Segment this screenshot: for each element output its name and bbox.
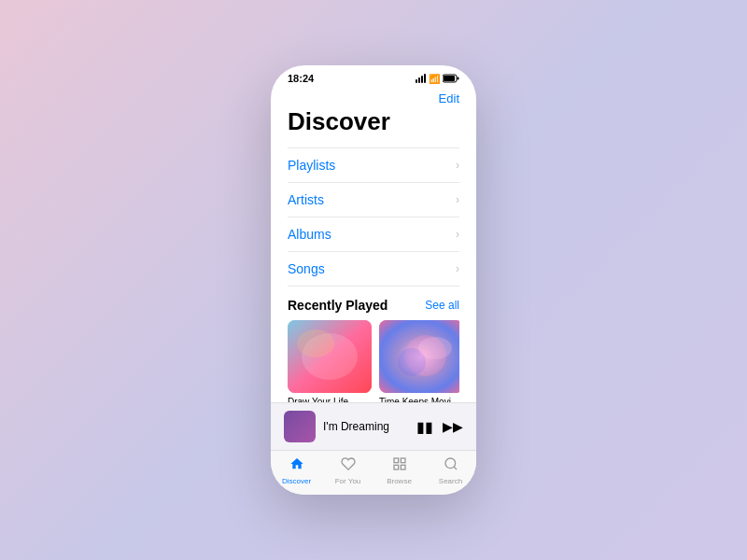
signal-icon	[416, 74, 426, 83]
tab-bar: Discover For You Browse	[271, 450, 476, 495]
phone-frame: 18:24 📶 Edit Discover Pl	[271, 65, 476, 495]
tab-browse[interactable]: Browse	[374, 456, 425, 485]
skip-button[interactable]: ▶▶	[443, 419, 463, 434]
album-cards-row: Draw Your Life Coopex	[288, 320, 459, 402]
menu-list: Playlists › Artists › Albums › Songs ›	[288, 147, 459, 287]
np-thumbnail	[284, 411, 316, 442]
main-content: Edit Discover Playlists › Artists › Albu…	[271, 88, 476, 402]
wifi-icon: 📶	[429, 74, 440, 84]
recently-played-title: Recently Played	[288, 298, 388, 313]
np-controls: ▮▮ ▶▶	[416, 418, 463, 436]
home-icon	[289, 456, 304, 475]
tab-browse-label: Browse	[387, 477, 412, 485]
svg-point-14	[445, 458, 456, 469]
playlists-label: Playlists	[288, 158, 335, 173]
now-playing-bar: I'm Dreaming ▮▮ ▶▶	[271, 402, 476, 450]
tab-discover[interactable]: Discover	[271, 456, 322, 485]
pause-button[interactable]: ▮▮	[416, 418, 433, 436]
svg-rect-12	[394, 465, 399, 469]
svg-rect-11	[401, 458, 405, 463]
page-title: Discover	[288, 107, 459, 136]
tab-discover-label: Discover	[282, 477, 311, 485]
menu-item-albums[interactable]: Albums ›	[288, 217, 459, 252]
svg-point-9	[418, 337, 452, 359]
songs-label: Songs	[288, 261, 325, 276]
chevron-icon: ›	[456, 193, 459, 206]
album-card-2[interactable]: Time Keeps Moving On Henybo	[379, 320, 459, 402]
see-all-button[interactable]: See all	[425, 299, 459, 312]
album-art-1	[288, 320, 372, 393]
svg-line-15	[454, 467, 457, 469]
menu-item-playlists[interactable]: Playlists ›	[288, 148, 459, 183]
chevron-icon: ›	[456, 262, 459, 275]
status-icons: 📶	[416, 74, 459, 84]
battery-icon	[443, 74, 459, 83]
album-art-2	[379, 320, 459, 393]
svg-point-5	[297, 329, 334, 357]
tab-search-label: Search	[439, 477, 462, 485]
search-icon	[444, 456, 458, 475]
svg-rect-13	[401, 465, 405, 469]
menu-item-songs[interactable]: Songs ›	[288, 252, 459, 287]
status-time: 18:24	[288, 73, 314, 84]
svg-rect-1	[458, 77, 459, 80]
np-title: I'm Dreaming	[323, 420, 409, 433]
album-card-1[interactable]: Draw Your Life Coopex	[288, 320, 372, 402]
chevron-icon: ›	[456, 228, 459, 241]
status-bar: 18:24 📶	[271, 65, 476, 88]
artists-label: Artists	[288, 192, 324, 207]
svg-rect-2	[444, 76, 455, 81]
chevron-icon: ›	[456, 159, 459, 172]
header-row: Edit	[288, 88, 459, 107]
tab-for-you[interactable]: For You	[322, 456, 374, 485]
tab-search[interactable]: Search	[425, 456, 476, 485]
albums-label: Albums	[288, 227, 331, 242]
edit-button[interactable]: Edit	[439, 91, 459, 105]
browse-icon	[392, 456, 407, 475]
menu-item-artists[interactable]: Artists ›	[288, 183, 459, 217]
heart-icon	[341, 456, 356, 475]
svg-rect-10	[394, 458, 399, 463]
recently-played-header: Recently Played See all	[288, 298, 459, 313]
tab-for-you-label: For You	[335, 477, 361, 485]
